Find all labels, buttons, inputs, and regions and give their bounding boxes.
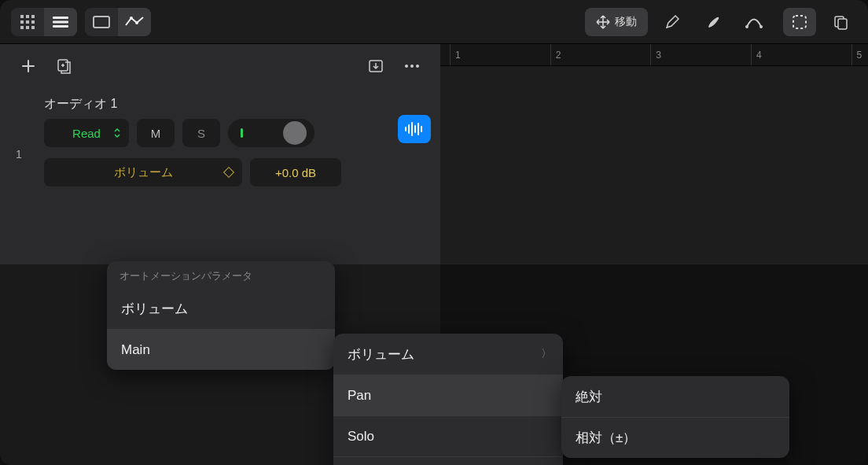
view-mode-group — [11, 8, 77, 36]
svg-rect-12 — [94, 17, 109, 28]
svg-point-24 — [416, 65, 419, 68]
menu-item-main-label: Main — [121, 342, 150, 358]
timeline-ruler[interactable]: 1 2 3 4 5 — [440, 44, 868, 66]
svg-rect-8 — [31, 26, 35, 29]
timeline-track-row[interactable] — [440, 66, 868, 264]
ruler-mark: 5 — [851, 44, 868, 65]
brush-tool-button[interactable] — [697, 8, 730, 36]
automation-icon — [125, 16, 144, 28]
svg-rect-6 — [20, 26, 24, 29]
move-tool-button[interactable]: 移動 — [585, 8, 648, 36]
svg-rect-11 — [53, 25, 68, 28]
chevron-right-icon: 〉 — [541, 347, 552, 361]
waveform-icon — [404, 122, 425, 136]
updown-icon — [113, 127, 121, 138]
move-icon — [596, 15, 610, 29]
track-index: 1 — [16, 148, 22, 161]
move-tool-label: 移動 — [615, 15, 637, 29]
menu-header: オートメーションパラメータ — [107, 261, 335, 288]
pencil-tool-button[interactable] — [656, 8, 689, 36]
pencil-icon — [664, 14, 680, 30]
automation-parameter-dropdown[interactable]: ボリューム — [44, 158, 242, 186]
copy-tool-button[interactable] — [824, 8, 857, 36]
svg-rect-10 — [53, 20, 68, 23]
copy-icon — [833, 14, 848, 30]
ruler-mark: 2 — [550, 44, 651, 65]
marquee-tool-button[interactable] — [783, 8, 816, 36]
submenu-item-volume-label: ボリューム — [348, 345, 414, 364]
svg-point-15 — [745, 25, 748, 28]
svg-rect-7 — [26, 26, 29, 29]
grid-icon — [20, 15, 35, 29]
submenu-item-solo[interactable]: Solo — [333, 415, 563, 456]
duplicate-track-button[interactable] — [50, 52, 79, 80]
list-icon — [53, 17, 68, 28]
automation-mode-label: Read — [72, 127, 101, 140]
menu-item-volume[interactable]: ボリューム — [107, 288, 335, 329]
ellipsis-icon — [404, 64, 420, 68]
curve-icon — [745, 15, 763, 29]
automation-mode-dropdown[interactable]: Read — [44, 119, 129, 147]
svg-point-16 — [760, 25, 763, 28]
curve-tool-button[interactable] — [737, 8, 771, 36]
svg-rect-3 — [20, 20, 24, 24]
plus-icon — [21, 59, 35, 73]
pan-item-absolute[interactable]: 絶対 — [561, 376, 789, 417]
automation-param-menu: オートメーションパラメータ ボリューム Main — [107, 261, 335, 370]
svg-rect-4 — [26, 20, 29, 24]
ruler-mark: 1 — [450, 44, 550, 65]
svg-point-23 — [410, 65, 414, 68]
volume-slider[interactable] — [228, 119, 314, 147]
duplicate-icon — [57, 58, 72, 74]
menu-item-main[interactable]: Main — [107, 329, 335, 370]
svg-point-13 — [130, 17, 133, 20]
region-view-button[interactable] — [85, 8, 118, 36]
submenu-item-volume[interactable]: ボリューム 〉 — [333, 334, 563, 375]
svg-point-22 — [405, 65, 408, 68]
automation-parameter-label: ボリューム — [114, 165, 173, 180]
mute-button[interactable]: M — [137, 119, 175, 147]
region-automation-group — [85, 8, 151, 36]
solo-button[interactable]: S — [182, 119, 220, 147]
ruler-mark: 3 — [650, 44, 751, 65]
grid-view-button[interactable] — [11, 8, 44, 36]
automation-parameter-value[interactable]: +0.0 dB — [250, 158, 341, 186]
diamond-icon — [223, 167, 234, 178]
region-icon — [93, 16, 110, 28]
submenu-item-mute[interactable]: Mute — [333, 456, 563, 465]
main-submenu: ボリューム 〉 Pan Solo Mute — [333, 334, 563, 465]
svg-point-14 — [135, 21, 138, 24]
svg-rect-0 — [20, 15, 24, 18]
list-view-button[interactable] — [44, 8, 77, 36]
top-toolbar: 移動 — [0, 0, 868, 44]
track-type-button[interactable] — [398, 115, 431, 143]
submenu-item-pan-label: Pan — [348, 388, 371, 404]
import-button[interactable] — [362, 52, 390, 80]
pan-item-relative[interactable]: 相対（±） — [561, 417, 789, 458]
volume-meter-dot — [241, 128, 243, 138]
svg-rect-5 — [31, 20, 35, 24]
download-icon — [368, 59, 384, 73]
svg-rect-2 — [31, 15, 35, 18]
track-header[interactable]: 1 オーディオ 1 Read M S ボリューム — [0, 88, 440, 194]
marquee-icon — [792, 14, 807, 30]
svg-rect-9 — [53, 17, 68, 19]
svg-rect-1 — [26, 15, 29, 18]
ruler-mark: 4 — [751, 44, 851, 65]
brush-icon — [705, 14, 721, 30]
svg-rect-19 — [838, 19, 847, 29]
automation-view-button[interactable] — [118, 8, 151, 36]
track-name[interactable]: オーディオ 1 — [44, 96, 432, 113]
more-options-button[interactable] — [398, 52, 426, 80]
volume-knob[interactable] — [283, 121, 307, 145]
track-list-toolbar — [0, 44, 440, 88]
submenu-item-pan[interactable]: Pan — [333, 375, 563, 415]
add-track-button[interactable] — [14, 52, 42, 80]
svg-rect-17 — [793, 16, 806, 28]
pan-submenu: 絶対 相対（±） — [561, 376, 789, 458]
